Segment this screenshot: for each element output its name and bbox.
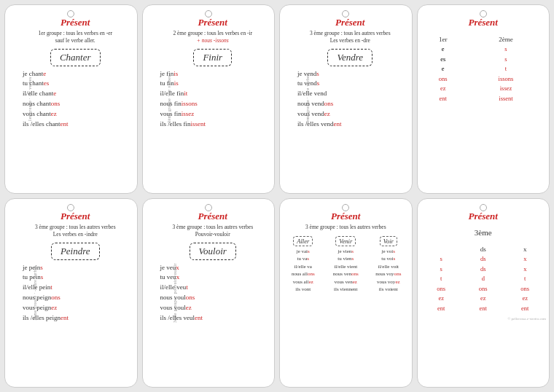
group-label-3: 3ème: [475, 228, 492, 237]
end-1er-1: e: [421, 44, 466, 55]
card3-subtitle: 3 ème groupe : tous les autres verbesLes…: [310, 30, 391, 44]
card-endings-12: Présent 1er 2ème es ess et onsissons ezi…: [417, 4, 550, 194]
conj-chanter: je chante tu chantes il/elle chante nous…: [20, 69, 131, 130]
card1-subtitle: 1er groupe : tous les verbes en -ersauf …: [39, 30, 112, 44]
conj-venir: je viens tu viens il/elle vient nous ven…: [333, 248, 359, 294]
side-text-3: 3ème groupe · -dre verbes: [305, 74, 310, 125]
col3-c: x: [504, 246, 547, 254]
col-venir: Venir je viens tu viens il/elle vient no…: [326, 236, 367, 294]
card-vouloir: 3ème groupe · pouvoir-vouloir Présent 3 …: [142, 198, 276, 388]
side-text-1: 1er groupe · -er verbes: [28, 77, 32, 121]
card5-title: Présent: [61, 211, 90, 222]
verb-venir: Venir: [335, 236, 356, 246]
card3-title: Présent: [335, 17, 364, 28]
e3-4a: ons: [421, 284, 463, 294]
end-2eme-6: issent: [466, 94, 546, 104]
card7-title: Présent: [331, 211, 360, 222]
conj-vendre: je vends tu vends il/elle vend nous vend…: [294, 69, 406, 130]
card6-title: Présent: [198, 211, 227, 222]
card1-title: Présent: [61, 17, 90, 28]
card5-subtitle: 3 ème groupe : tous les autres verbesLes…: [35, 224, 116, 238]
end-1er-3: e: [421, 64, 466, 74]
verb-vouloir: Vouloir: [190, 243, 236, 260]
e3-6c: ent: [504, 304, 547, 314]
end-2eme-1: s: [466, 44, 546, 55]
e3-1c: x: [504, 254, 547, 264]
conj-voir: je vois tu vois il/elle voit nous voyons…: [375, 248, 401, 294]
e3-2b: ds: [462, 264, 504, 275]
e3-4b: ons: [462, 284, 504, 294]
col3-b: ds: [462, 246, 504, 254]
end-1er-2: es: [421, 55, 466, 65]
card-finir: 2ème groupe · -ir verbes Présent 2 ème g…: [142, 4, 276, 194]
e3-6a: ent: [421, 304, 463, 314]
end-1er-6: ent: [421, 94, 466, 104]
card8-title: Présent: [469, 211, 498, 222]
card6-subtitle: 3 ème groupe : tous les autres verbesPou…: [172, 224, 253, 238]
verb-finir: Finir: [193, 49, 232, 66]
col3-a: [421, 246, 463, 254]
col-2eme: 2ème: [466, 36, 546, 44]
card-chanter: 1er groupe · -er verbes Présent 1er grou…: [4, 4, 138, 194]
side-text-2: 2ème groupe · -ir verbes: [166, 75, 171, 123]
conj-finir: je finis tu finis il/elle finit nous fin…: [157, 69, 269, 130]
col-aller: Aller je vais tu vas il/elle va nous all…: [283, 236, 324, 294]
endings-table-3: ds x s ds x s ds x t d t: [421, 246, 547, 314]
verb-chanter: Chanter: [50, 49, 101, 66]
end-2eme-3: t: [466, 64, 546, 74]
watermark: © pellerossa.e-stretto.com: [421, 317, 547, 321]
e3-2c: x: [504, 264, 547, 275]
verb-aller: Aller: [293, 236, 313, 246]
verb-voir: Voir: [380, 236, 397, 246]
verb-peindre: Peindre: [51, 243, 100, 260]
e3-6b: ent: [462, 304, 504, 314]
verb-vendre: Vendre: [327, 49, 372, 66]
e3-3c: t: [504, 274, 547, 284]
end-1er-5: ez: [421, 84, 466, 94]
e3-1a: s: [421, 254, 463, 264]
card7-subtitle: 3 ème groupe : tous les autres verbes: [305, 224, 386, 231]
end-1er-4: ons: [421, 74, 466, 85]
card2-title: Présent: [198, 17, 227, 28]
card-vendre: 3ème groupe · -dre verbes Présent 3 ème …: [279, 4, 413, 194]
side-text-6: 3ème groupe · pouvoir-vouloir: [172, 263, 176, 323]
card4-title: Présent: [469, 17, 498, 28]
end-2eme-5: issez: [466, 84, 546, 94]
multi-verb-grid: Aller je vais tu vas il/elle va nous all…: [283, 236, 409, 294]
e3-1b: ds: [462, 254, 504, 264]
e3-5c: ez: [504, 294, 547, 304]
page: 1er groupe · -er verbes Présent 1er grou…: [0, 0, 554, 392]
side-text-5: 3ème groupe · -indre verbes: [33, 265, 37, 320]
e3-2a: s: [421, 264, 463, 275]
conj-aller: je vais tu vas il/elle va nous allons vo…: [292, 248, 315, 294]
card2-subtitle: 2 ème groupe : tous les verbes en -ir+ n…: [173, 30, 252, 44]
col-1er: 1er: [421, 36, 466, 44]
card-endings-3: Présent 3ème ds x s ds x s ds x: [417, 198, 550, 388]
card-peindre: 3ème groupe · -indre verbes Présent 3 èm…: [4, 198, 138, 388]
e3-3b: d: [462, 274, 504, 284]
end-2eme-4: issons: [466, 74, 546, 85]
end-2eme-2: s: [466, 55, 546, 65]
e3-5b: ez: [462, 294, 504, 304]
e3-5a: ez: [421, 294, 463, 304]
endings-table-12: 1er 2ème es ess et onsissons ezissez ent…: [421, 36, 547, 104]
e3-4c: ons: [504, 284, 547, 294]
card-multi-verb: Présent 3 ème groupe : tous les autres v…: [279, 198, 413, 388]
e3-3a: t: [421, 274, 463, 284]
col-voir: Voir je vois tu vois il/elle voit nous v…: [368, 236, 409, 294]
